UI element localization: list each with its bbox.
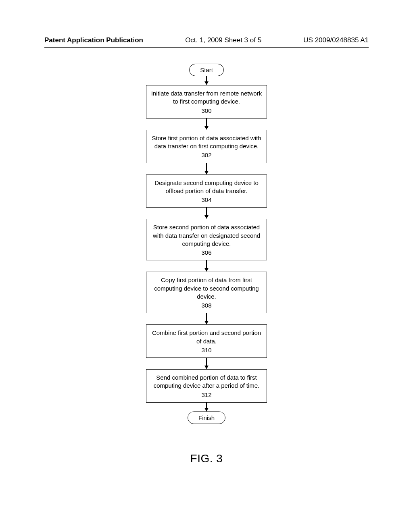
step-number: 306 (150, 249, 263, 257)
process-step-306: Store second portion of data associated … (146, 219, 267, 260)
process-step-300: Initiate data transfer from remote netwo… (146, 85, 267, 118)
step-number: 312 (150, 391, 263, 399)
header-rule (44, 47, 369, 48)
step-text: Send combined portion of data to first c… (150, 374, 263, 390)
process-step-308: Copy first portion of data from first co… (146, 272, 267, 313)
flowchart: Start Initiate data transfer from remote… (44, 64, 369, 424)
arrow-icon (204, 76, 209, 85)
step-text: Combine first portion and second portion… (150, 329, 263, 345)
page-container: Patent Application Publication Oct. 1, 2… (0, 0, 413, 532)
step-number: 300 (150, 107, 263, 115)
arrow-icon (204, 260, 209, 272)
process-step-304: Designate second computing device to off… (146, 175, 267, 208)
process-step-312: Send combined portion of data to first c… (146, 369, 267, 403)
page-header: Patent Application Publication Oct. 1, 2… (44, 36, 369, 44)
step-text: Store second portion of data associated … (150, 223, 263, 248)
figure-label: FIG. 3 (44, 452, 369, 465)
header-center: Oct. 1, 2009 Sheet 3 of 5 (185, 36, 261, 44)
step-text: Designate second computing device to off… (150, 179, 263, 195)
arrow-icon (204, 358, 209, 369)
terminator-finish: Finish (188, 411, 225, 424)
step-number: 304 (150, 196, 263, 204)
arrow-icon (204, 313, 209, 324)
step-number: 308 (150, 301, 263, 310)
arrow-icon (204, 118, 209, 130)
step-text: Initiate data transfer from remote netwo… (150, 89, 263, 106)
process-step-310: Combine first portion and second portion… (146, 324, 267, 358)
arrow-icon (204, 163, 209, 175)
arrow-icon (204, 208, 209, 219)
step-text: Copy first portion of data from first co… (150, 276, 263, 301)
step-text: Store first portion of data associated w… (150, 134, 263, 151)
arrow-icon (204, 403, 209, 411)
header-right: US 2009/0248835 A1 (303, 36, 369, 44)
terminator-start: Start (189, 64, 224, 76)
header-left: Patent Application Publication (44, 36, 143, 44)
step-number: 302 (150, 151, 263, 159)
process-step-302: Store first portion of data associated w… (146, 130, 267, 163)
step-number: 310 (150, 346, 263, 354)
